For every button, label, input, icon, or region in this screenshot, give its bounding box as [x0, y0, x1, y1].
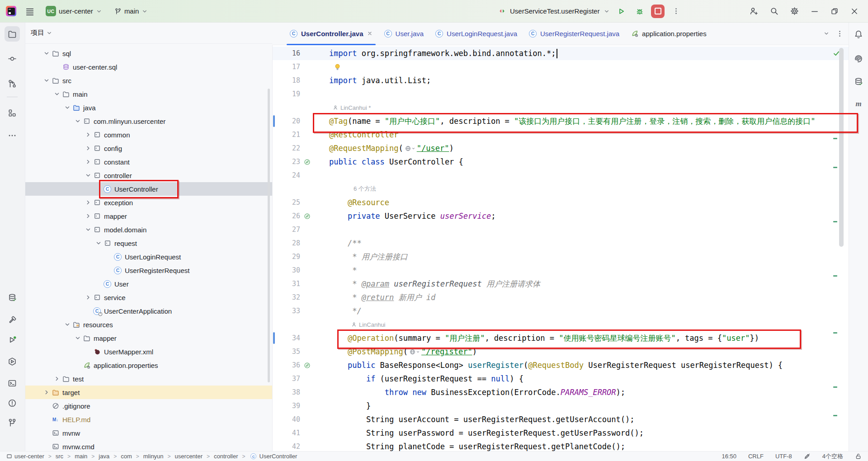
- tab-UserLoginRequest.java[interactable]: C UserLoginRequest.java: [429, 22, 523, 45]
- tree-chevron-down-icon[interactable]: [83, 172, 93, 179]
- tree-item-UserCenterApplication[interactable]: C UserCenterApplication: [25, 304, 272, 318]
- editor-scrollbar[interactable]: [839, 48, 844, 247]
- tool-commit-icon[interactable]: [5, 51, 20, 66]
- project-widget[interactable]: UC user-center: [42, 4, 105, 19]
- inspections-ok-icon[interactable]: [833, 50, 840, 57]
- tree-item-test[interactable]: test: [25, 372, 272, 386]
- tree-chevron-down-icon[interactable]: [52, 90, 61, 98]
- status-encoding[interactable]: UTF-8: [775, 453, 792, 460]
- breadcrumb-item[interactable]: mlinyun: [143, 453, 164, 460]
- more-actions-button[interactable]: [669, 4, 683, 19]
- inlay-text[interactable]: LinCanhui: [359, 321, 386, 328]
- tree-item-main[interactable]: main: [25, 87, 272, 101]
- tree-item-mvnw.cmd[interactable]: mvnw.cmd: [25, 440, 272, 451]
- tree-chevron-right-icon[interactable]: [83, 199, 93, 206]
- tree-chevron-down-icon[interactable]: [62, 321, 72, 328]
- branch-widget[interactable]: main: [111, 4, 151, 19]
- window-close-button[interactable]: [850, 7, 859, 15]
- tree-item-config[interactable]: config: [25, 141, 272, 155]
- tree-item-common[interactable]: common: [25, 128, 272, 141]
- tree-item-com.mlinyun.usercenter[interactable]: com.mlinyun.usercenter: [25, 114, 272, 128]
- tree-chevron-down-icon[interactable]: [73, 118, 82, 125]
- tree-item-src[interactable]: src: [25, 74, 272, 87]
- breadcrumb-item[interactable]: user-center: [6, 453, 44, 460]
- tree-chevron-right-icon[interactable]: [83, 131, 93, 138]
- tool-notifications-icon[interactable]: [851, 27, 866, 42]
- tool-pull-requests-icon[interactable]: [5, 76, 20, 91]
- breadcrumb-item[interactable]: java: [99, 453, 109, 460]
- status-line-ending[interactable]: CRLF: [748, 453, 764, 460]
- tree-scrollbar[interactable]: [268, 89, 270, 382]
- project-panel-header[interactable]: 项目: [25, 22, 272, 44]
- tree-chevron-right-icon[interactable]: [83, 158, 93, 165]
- breadcrumb-item[interactable]: controller: [214, 453, 238, 460]
- tool-database-icon[interactable]: [851, 74, 866, 89]
- settings-gear-button[interactable]: [790, 7, 799, 15]
- status-indent[interactable]: 4个空格: [822, 452, 843, 461]
- tree-item-java[interactable]: java: [25, 101, 272, 114]
- tree-chevron-down-icon[interactable]: [94, 240, 103, 247]
- tree-item-target[interactable]: target: [25, 386, 272, 399]
- status-caret-position[interactable]: 16:50: [722, 453, 736, 460]
- tree-item-mapper[interactable]: mapper: [25, 209, 272, 223]
- tree-item-request[interactable]: request: [25, 236, 272, 250]
- tab-options-kebab-icon[interactable]: [836, 30, 844, 38]
- tab-application.properties[interactable]: application.properties: [625, 22, 712, 45]
- tree-item-mapper[interactable]: mapper: [25, 331, 272, 345]
- tab-UserRegisterRequest.java[interactable]: C UserRegisterRequest.java: [523, 22, 625, 45]
- hidden-tabs-chevron-icon[interactable]: [823, 30, 830, 37]
- tool-project-folder-icon[interactable]: [5, 26, 20, 42]
- tree-chevron-down-icon[interactable]: [42, 50, 51, 57]
- window-restore-button[interactable]: [830, 7, 839, 15]
- window-minimize-button[interactable]: [811, 7, 819, 15]
- tree-chevron-right-icon[interactable]: [83, 145, 93, 152]
- tree-item-mvnw[interactable]: mvnw: [25, 426, 272, 440]
- tool-terminal-icon[interactable]: [5, 376, 20, 391]
- breadcrumb-item[interactable]: CUserController: [250, 452, 297, 460]
- close-tab-icon[interactable]: [367, 31, 373, 36]
- breadcrumb-item[interactable]: com: [121, 453, 132, 460]
- spring-bean-gutter-icon[interactable]: [304, 213, 311, 220]
- tree-item-resources[interactable]: resources: [25, 318, 272, 331]
- tree-chevron-down-icon[interactable]: [83, 226, 93, 233]
- breadcrumb-item[interactable]: main: [75, 453, 87, 460]
- spring-bean-gutter-icon[interactable]: [304, 362, 311, 369]
- tree-chevron-right-icon[interactable]: [83, 212, 93, 220]
- tree-item-HELP.md[interactable]: M↓ HELP.md: [25, 413, 272, 426]
- tree-item-controller[interactable]: controller: [25, 169, 272, 182]
- tree-item-constant[interactable]: constant: [25, 155, 272, 169]
- tool-structure-icon[interactable]: [5, 105, 20, 121]
- unlock-icon[interactable]: [855, 453, 862, 460]
- tab-UserController.java[interactable]: C UserController.java: [284, 22, 378, 45]
- tree-item-UserMapper.xml[interactable]: UserMapper.xml: [25, 345, 272, 358]
- breadcrumb-item[interactable]: usercenter: [175, 453, 203, 460]
- bulb-icon[interactable]: [334, 63, 341, 71]
- spring-bean-gutter-icon[interactable]: [304, 159, 311, 165]
- tree-chevron-right-icon[interactable]: [42, 389, 51, 396]
- chevron-down-icon[interactable]: [604, 8, 610, 14]
- highlighting-pen-slash-icon[interactable]: [804, 453, 811, 460]
- tree-chevron-right-icon[interactable]: [52, 375, 61, 382]
- debug-button[interactable]: [632, 4, 647, 19]
- tree-item-user-center.sql[interactable]: user-center.sql: [25, 60, 272, 74]
- tool-services-icon[interactable]: [5, 354, 20, 369]
- breadcrumb-item[interactable]: src: [56, 453, 63, 460]
- tool-ai-assistant-icon[interactable]: [851, 51, 866, 66]
- main-menu-button[interactable]: [22, 4, 37, 19]
- add-user-button[interactable]: [750, 7, 758, 15]
- tool-maven-icon[interactable]: m: [851, 96, 866, 112]
- tree-item-UserRegisterRequest[interactable]: C UserRegisterRequest: [25, 263, 272, 277]
- code-editor[interactable]: 16 import org.springframework.web.bind.a…: [272, 45, 849, 451]
- inlay-text[interactable]: 6 个方法: [354, 185, 376, 193]
- inlay-text[interactable]: LinCanhui *: [340, 104, 371, 111]
- run-button[interactable]: [614, 4, 628, 19]
- tree-chevron-down-icon[interactable]: [62, 104, 72, 111]
- tree-item-.gitignore[interactable]: .gitignore: [25, 399, 272, 413]
- tool-database-icon[interactable]: [5, 290, 20, 305]
- run-config-name[interactable]: UserServiceTest.userRegister: [510, 7, 599, 15]
- tree-item-model.domain[interactable]: model.domain: [25, 223, 272, 236]
- tree-item-UserController[interactable]: C UserController: [25, 182, 272, 196]
- tree-chevron-down-icon[interactable]: [73, 334, 82, 342]
- tree-item-UserLoginRequest[interactable]: C UserLoginRequest: [25, 250, 272, 263]
- tab-User.java[interactable]: C User.java: [378, 22, 430, 45]
